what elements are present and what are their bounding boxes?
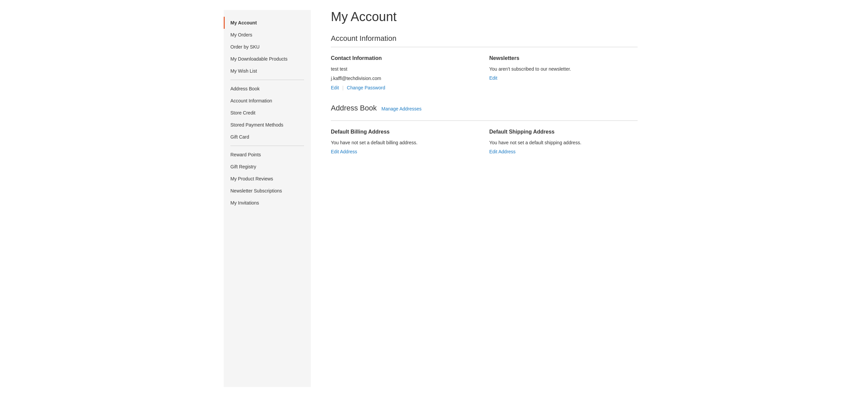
sidebar-divider-2 <box>230 145 304 146</box>
shipping-address-heading: Default Shipping Address <box>489 129 638 135</box>
newsletter-actions: Edit <box>489 75 638 81</box>
manage-addresses-link[interactable]: Manage Addresses <box>381 106 422 111</box>
account-information-divider <box>331 47 638 47</box>
address-book-section: Address Book Manage Addresses Default Bi… <box>331 104 638 154</box>
link-separator: | <box>342 85 344 90</box>
billing-edit-address-link[interactable]: Edit Address <box>331 149 357 154</box>
billing-address-text: You have not set a default billing addre… <box>331 139 479 146</box>
page-title: My Account <box>331 10 638 24</box>
sidebar: My Account My Orders Order by SKU My Dow… <box>224 10 311 387</box>
sidebar-item-account-information[interactable]: Account Information <box>224 95 311 107</box>
newsletter-edit-link[interactable]: Edit <box>489 75 497 81</box>
sidebar-item-newsletter-subscriptions[interactable]: Newsletter Subscriptions <box>224 185 311 197</box>
address-book-grid: Default Billing Address You have not set… <box>331 129 638 154</box>
sidebar-item-gift-registry[interactable]: Gift Registry <box>224 161 311 173</box>
billing-address-heading: Default Billing Address <box>331 129 479 135</box>
address-book-title: Address Book <box>331 104 377 112</box>
contact-email: j.kaffl@techdivision.com <box>331 75 479 82</box>
sidebar-item-my-account[interactable]: My Account <box>224 17 311 29</box>
contact-actions: Edit | Change Password <box>331 85 479 90</box>
account-information-grid: Contact Information test test j.kaffl@te… <box>331 55 638 90</box>
sidebar-item-my-wish-list[interactable]: My Wish List <box>224 65 311 77</box>
newsletters-heading: Newsletters <box>489 55 638 61</box>
sidebar-item-stored-payment-methods[interactable]: Stored Payment Methods <box>224 119 311 131</box>
sidebar-item-my-product-reviews[interactable]: My Product Reviews <box>224 173 311 185</box>
address-book-divider <box>331 121 638 121</box>
contact-information-block: Contact Information test test j.kaffl@te… <box>331 55 479 90</box>
sidebar-item-reward-points[interactable]: Reward Points <box>224 148 311 161</box>
account-information-section: Account Information Contact Information … <box>331 34 638 90</box>
sidebar-item-my-invitations[interactable]: My Invitations <box>224 197 311 209</box>
sidebar-item-my-orders[interactable]: My Orders <box>224 29 311 41</box>
shipping-address-actions: Edit Address <box>489 149 638 154</box>
address-book-title-row: Address Book Manage Addresses <box>331 104 638 117</box>
contact-edit-link[interactable]: Edit <box>331 85 339 90</box>
contact-information-heading: Contact Information <box>331 55 479 61</box>
billing-address-block: Default Billing Address You have not set… <box>331 129 479 154</box>
sidebar-divider-1 <box>230 80 304 80</box>
shipping-edit-address-link[interactable]: Edit Address <box>489 149 516 154</box>
sidebar-item-my-downloadable-products[interactable]: My Downloadable Products <box>224 53 311 65</box>
account-information-title: Account Information <box>331 34 638 43</box>
shipping-address-block: Default Shipping Address You have not se… <box>489 129 638 154</box>
contact-name: test test <box>331 65 479 73</box>
newsletters-block: Newsletters You aren't subscribed to our… <box>489 55 638 90</box>
sidebar-item-store-credit[interactable]: Store Credit <box>224 107 311 119</box>
billing-address-actions: Edit Address <box>331 149 479 154</box>
sidebar-nav: My Account My Orders Order by SKU My Dow… <box>224 17 311 209</box>
change-password-link[interactable]: Change Password <box>347 85 385 90</box>
main-content: My Account Account Information Contact I… <box>324 10 644 387</box>
shipping-address-text: You have not set a default shipping addr… <box>489 139 638 146</box>
sidebar-item-order-by-sku[interactable]: Order by SKU <box>224 41 311 53</box>
sidebar-item-gift-card[interactable]: Gift Card <box>224 131 311 143</box>
sidebar-item-address-book[interactable]: Address Book <box>224 83 311 95</box>
newsletter-status: You aren't subscribed to our newsletter. <box>489 65 638 73</box>
